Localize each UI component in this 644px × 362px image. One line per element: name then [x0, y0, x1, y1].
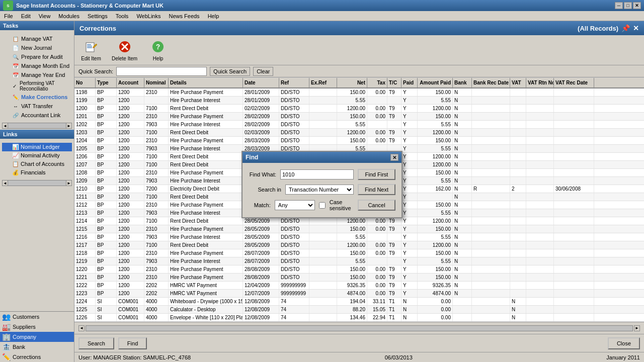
sidebar-item-nominal-activity[interactable]: 📈 Nominal Activity	[2, 151, 72, 160]
suppliers-icon: 🏭	[2, 323, 11, 331]
clear-search-btn[interactable]: Clear	[253, 67, 273, 76]
table-row[interactable]: 1201BP12002310Hire Purchase Payment28/02…	[74, 113, 644, 121]
sidebar-item-month-end[interactable]: 📅 Manage Month End	[2, 61, 72, 70]
table-row[interactable]: 1221BP12002310Hire Purchase Payment28/08…	[74, 274, 644, 282]
svg-rect-3	[87, 47, 92, 48]
minimize-btn[interactable]: ─	[615, 2, 623, 9]
find-first-btn[interactable]: Find First	[358, 169, 395, 180]
find-next-btn[interactable]: Find Next	[358, 184, 395, 195]
dialog-body: Find What: Find First Search in Transact…	[243, 163, 401, 217]
tasks-section: 📋 Manage VAT 📄 New Journal 🔍 Prepare for…	[0, 32, 74, 122]
table-row[interactable]: 1218BP12002310Hire Purchase Payment28/07…	[74, 249, 644, 257]
dialog-close-btn[interactable]: ✕	[390, 154, 398, 161]
find-button[interactable]: Find	[118, 337, 147, 349]
menu-file[interactable]: File	[0, 12, 17, 20]
search-input[interactable]	[116, 67, 207, 76]
menu-edit[interactable]: Edit	[17, 12, 35, 20]
nav-suppliers[interactable]: 🏭 Suppliers	[0, 322, 74, 332]
table-row[interactable]: 1224SICOM0014000Whiteboard - Drywipe (10…	[74, 298, 644, 306]
close-btn[interactable]: ✕	[633, 24, 639, 32]
sidebar-item-manage-vat[interactable]: 📋 Manage VAT	[2, 34, 72, 43]
menu-bar: File Edit View Modules Settings Tools We…	[0, 11, 644, 21]
table-row[interactable]: 1220BP12002310Hire Purchase Payment28/08…	[74, 265, 644, 274]
links-scroll-down-btn[interactable]: ►	[66, 180, 72, 186]
horiz-scroll-track	[86, 325, 633, 331]
horiz-scroll-left[interactable]: ◄	[78, 325, 85, 331]
links-section: 📊 Nominal Ledger 📈 Nominal Activity 📋 Ch…	[0, 141, 74, 179]
table-row[interactable]: 1215BP12002310Hire Purchase Payment28/05…	[74, 225, 644, 233]
app-logo: S	[3, 1, 13, 11]
search-in-label: Search in	[249, 187, 281, 193]
case-sensitive-checkbox[interactable]	[319, 202, 326, 209]
edit-icon	[83, 39, 99, 55]
close-button[interactable]: Close	[608, 337, 640, 349]
app-title: Sage Instant Accounts - Stationery & Com…	[16, 3, 164, 9]
scroll-down-btn[interactable]: ►	[66, 123, 72, 129]
search-button[interactable]: Search	[78, 337, 114, 349]
sidebar-item-nominal-ledger[interactable]: 📊 Nominal Ledger	[2, 143, 72, 151]
find-what-input[interactable]	[280, 169, 354, 179]
svg-rect-1	[87, 44, 91, 45]
maximize-btn[interactable]: □	[624, 2, 632, 9]
accountant-link-icon: 🔗	[12, 112, 19, 119]
table-row[interactable]: 1223BP12002202HMRC VAT Payment12/07/2009…	[74, 290, 644, 298]
table-row[interactable]: 1214BP12007100Rent Direct Debit28/05/200…	[74, 217, 644, 225]
table-row[interactable]: 1226SICOM0014000Envelope - White [110 x …	[74, 314, 644, 322]
bottom-scroll-bar[interactable]: ◄ ►	[74, 322, 644, 334]
quick-search-btn[interactable]: Quick Search	[210, 67, 250, 76]
sidebar-item-new-journal[interactable]: 📄 New Journal	[2, 43, 72, 52]
search-bar: Quick Search: Quick Search Clear	[74, 65, 644, 77]
sidebar-item-accountant-link[interactable]: 🔗 Accountant Link	[2, 111, 72, 120]
nav-corrections[interactable]: ✏️ Corrections	[0, 352, 74, 362]
menu-view[interactable]: View	[35, 12, 55, 20]
delete-item-btn[interactable]: Delete Item	[112, 39, 137, 61]
match-select[interactable]: Any Whole word Start	[275, 200, 315, 210]
table-row[interactable]: 1204BP12002310Hire Purchase Payment28/03…	[74, 137, 644, 145]
col-header-exref: Ex.Ref	[309, 78, 337, 87]
sidebar-item-chart-of-accounts[interactable]: 📋 Chart of Accounts	[2, 160, 72, 168]
table-row[interactable]: 1199BP1200Hire Purchase Interest28/01/20…	[74, 97, 644, 105]
close-window-btn[interactable]: ✕	[633, 2, 641, 9]
search-in-select[interactable]: Transaction Number Details Reference Acc…	[285, 185, 354, 195]
links-scroll-track	[8, 180, 66, 186]
cancel-btn[interactable]: Cancel	[358, 200, 395, 211]
menu-tools[interactable]: Tools	[112, 12, 133, 20]
links-scroll[interactable]: ◄ ►	[2, 180, 72, 186]
sidebar-item-financials[interactable]: 💰 Financials	[2, 168, 72, 177]
table-row[interactable]: 1202BP12007903Hire Purchase Interest28/0…	[74, 121, 644, 129]
table-row[interactable]: 1198BP12002310Hire Purchase Payment28/01…	[74, 88, 644, 97]
dialog-title-text: Find	[246, 154, 258, 161]
table-row[interactable]: 1200BP12007100Rent Direct Debit02/02/200…	[74, 105, 644, 113]
title-bar-controls[interactable]: ─ □ ✕	[615, 2, 641, 9]
help-btn[interactable]: ? Help	[145, 39, 171, 61]
sidebar-item-year-end[interactable]: 📅 Manage Year End	[2, 70, 72, 79]
table-row[interactable]: 1217BP12007100Rent Direct Debit28/05/200…	[74, 241, 644, 249]
menu-help[interactable]: Help	[204, 12, 223, 20]
nav-customers[interactable]: 👥 Customers	[0, 312, 74, 322]
table-row[interactable]: 1225SICOM0014000Calculator - Desktop12/0…	[74, 306, 644, 314]
nominal-ledger-label: 📊 Nominal Ledger	[12, 144, 60, 150]
sidebar-item-vat-reconciliation[interactable]: ✓ Performing VAT Reconciliatio	[2, 79, 72, 93]
table-row[interactable]: 1219BP12007903Hire Purchase Interest28/0…	[74, 257, 644, 265]
horiz-scroll-right[interactable]: ►	[634, 325, 640, 331]
sidebar-item-vat-transfer[interactable]: ↔ VAT Transfer	[2, 102, 72, 111]
sidebar-item-make-corrections[interactable]: ✏️ Make Corrections	[2, 93, 72, 102]
prepare-audit-label: Prepare for Audit	[21, 54, 63, 60]
links-scroll-up-btn[interactable]: ◄	[2, 180, 8, 186]
menu-settings[interactable]: Settings	[84, 12, 112, 20]
menu-weblinks[interactable]: WebLinks	[132, 12, 165, 20]
sidebar-item-prepare-audit[interactable]: 🔍 Prepare for Audit	[2, 52, 72, 61]
tasks-scroll[interactable]: ◄ ►	[2, 123, 72, 129]
pin-icon[interactable]: 📌	[621, 24, 630, 32]
table-row[interactable]: 1222BP12002202HMRC VAT Payment12/04/2009…	[74, 282, 644, 290]
month-end-icon: 📅	[12, 62, 19, 69]
nav-bank[interactable]: 🏦 Bank	[0, 342, 74, 352]
menu-modules[interactable]: Modules	[54, 12, 84, 20]
edit-item-btn[interactable]: Edit Item	[78, 39, 104, 61]
table-row[interactable]: 1216BP12007903Hire Purchase Interest28/0…	[74, 233, 644, 241]
year-end-label: Manage Year End	[21, 72, 65, 78]
menu-newsfeeds[interactable]: News Feeds	[165, 12, 203, 20]
table-row[interactable]: 1203BP12007100Rent Direct Debit02/03/200…	[74, 129, 644, 137]
scroll-up-btn[interactable]: ◄	[2, 123, 8, 129]
nav-company[interactable]: 🏢 Company	[0, 332, 74, 342]
